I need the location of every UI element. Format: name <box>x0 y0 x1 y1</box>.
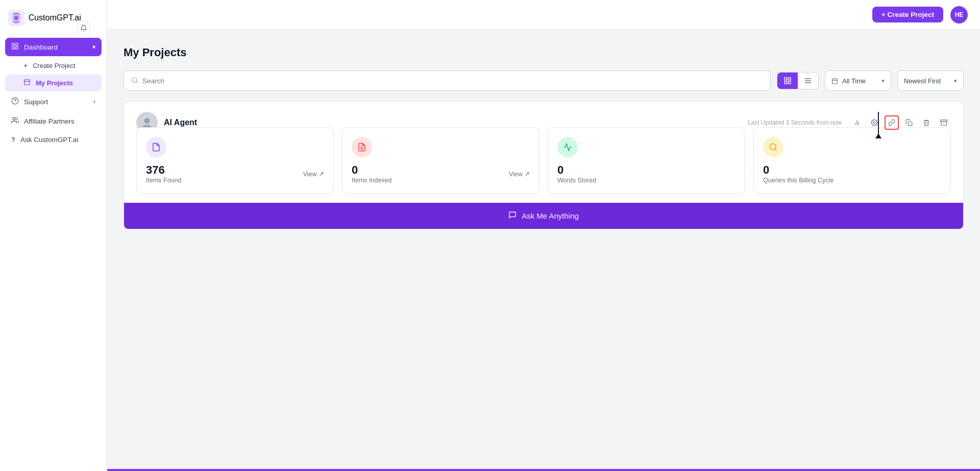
sidebar-item-dashboard[interactable]: Dashboard ▾ <box>5 38 102 56</box>
items-indexed-number-label: 0 Items Indexed <box>352 163 392 184</box>
stats-row: 376 Items Found View ↗ <box>136 127 951 194</box>
sidebar-item-ask-customgpt[interactable]: ? Ask CustomGPT.ai <box>5 131 102 148</box>
svg-rect-20 <box>832 79 838 84</box>
search-input[interactable] <box>142 77 763 85</box>
support-label: Support <box>24 98 48 106</box>
create-project-label: Create Project <box>33 62 75 69</box>
my-projects-icon <box>23 79 31 87</box>
items-found-number: 376 <box>146 163 181 177</box>
bottom-accent-bar <box>107 469 980 471</box>
support-icon <box>11 97 19 106</box>
svg-rect-3 <box>12 43 14 45</box>
items-found-icon-wrap <box>146 137 166 157</box>
sort-filter-label: Newest First <box>904 77 941 85</box>
items-indexed-number: 0 <box>352 163 392 177</box>
svg-rect-13 <box>785 78 787 80</box>
sort-filter[interactable]: Newest First ▾ <box>897 70 964 91</box>
svg-point-11 <box>132 77 137 82</box>
search-bar <box>124 70 771 91</box>
link-button[interactable] <box>885 115 899 130</box>
stat-words-stored: 0 Words Stored <box>548 127 745 194</box>
list-view-button[interactable] <box>777 73 798 89</box>
svg-point-35 <box>770 144 776 150</box>
view-toggle <box>777 72 819 89</box>
ask-customgpt-label: Ask CustomGPT.ai <box>20 136 78 144</box>
user-avatar[interactable]: HE <box>950 6 968 23</box>
stat-queries-billing: 0 Queries this Billing Cycle <box>753 127 951 194</box>
words-stored-number-label: 0 Words Stored <box>557 163 736 184</box>
queries-billing-number-label: 0 Queries this Billing Cycle <box>763 163 941 184</box>
svg-point-10 <box>13 117 15 120</box>
sidebar-item-affiliate-partners[interactable]: Affiliate Partners <box>5 112 102 130</box>
svg-rect-16 <box>788 81 791 84</box>
items-found-label: Items Found <box>146 177 181 184</box>
logo: CustomGPT.ai <box>0 0 107 36</box>
my-projects-label: My Projects <box>36 79 73 87</box>
dashboard-chevron: ▾ <box>92 43 95 51</box>
sort-filter-chevron: ▾ <box>954 78 957 84</box>
items-indexed-icon-wrap <box>352 137 372 157</box>
svg-point-2 <box>14 15 18 20</box>
svg-line-36 <box>775 149 776 150</box>
sidebar-item-create-project[interactable]: + Create Project <box>5 57 102 74</box>
ask-icon <box>508 211 517 221</box>
queries-billing-icon-wrap <box>763 137 783 157</box>
words-stored-number: 0 <box>557 163 736 177</box>
stat-footer-items-found: 376 Items Found View ↗ <box>146 163 324 184</box>
items-found-view-link[interactable]: View ↗ <box>303 170 324 178</box>
svg-rect-5 <box>12 47 14 49</box>
topbar: + Create Project HE <box>107 0 980 30</box>
time-filter-label: All Time <box>842 77 866 85</box>
items-indexed-view-link[interactable]: View ↗ <box>509 170 530 178</box>
svg-line-12 <box>136 81 138 83</box>
items-indexed-label: Items Indexed <box>352 177 392 184</box>
time-filter[interactable]: All Time ▾ <box>825 70 891 91</box>
create-project-btn-label: + Create Project <box>881 11 934 18</box>
time-filter-chevron: ▾ <box>881 78 885 84</box>
page-title: My Projects <box>124 46 964 59</box>
ask-me-anything-label: Ask Me Anything <box>522 211 579 220</box>
svg-rect-15 <box>785 81 787 84</box>
svg-rect-7 <box>24 80 30 85</box>
words-stored-icon-wrap <box>557 137 578 157</box>
affiliate-icon <box>11 116 19 126</box>
project-card: AI Agent Last Updated 3 Seconds from now <box>124 101 964 229</box>
create-project-button[interactable]: + Create Project <box>872 7 943 22</box>
sidebar-item-support[interactable]: Support › <box>5 92 102 111</box>
sidebar-item-my-projects[interactable]: My Projects <box>5 75 102 91</box>
avatar-initials: HE <box>955 11 964 18</box>
ask-me-anything-bar[interactable]: Ask Me Anything <box>124 203 963 229</box>
svg-rect-14 <box>788 78 791 80</box>
svg-rect-4 <box>16 43 18 45</box>
sidebar-nav: Dashboard ▾ + Create Project My Projects… <box>0 36 107 471</box>
project-meta: Last Updated 3 Seconds from now <box>748 119 842 126</box>
support-chevron: › <box>93 98 95 105</box>
logo-icon <box>8 9 24 27</box>
svg-rect-31 <box>941 120 947 122</box>
last-updated-text: Last Updated 3 Seconds from now <box>748 119 842 126</box>
stat-items-indexed: 0 Items Indexed View ↗ <box>342 127 540 194</box>
page-content: My Projects All Time ▾ <box>107 30 980 471</box>
dashboard-label: Dashboard <box>24 43 58 51</box>
sidebar: CustomGPT.ai Dashboard ▾ + Create Projec… <box>0 0 107 471</box>
search-icon <box>131 77 138 85</box>
svg-point-24 <box>144 118 150 124</box>
svg-rect-30 <box>908 122 912 126</box>
items-found-number-label: 376 Items Found <box>146 163 181 184</box>
logo-text: CustomGPT.ai <box>29 13 81 22</box>
affiliate-label: Affiliate Partners <box>24 117 75 125</box>
svg-point-29 <box>873 122 875 124</box>
create-project-plus: + <box>23 61 28 69</box>
dashboard-icon <box>11 42 19 52</box>
words-stored-label: Words Stored <box>557 177 736 184</box>
project-name: AI Agent <box>164 118 197 127</box>
notification-bell[interactable] <box>77 21 90 35</box>
svg-rect-6 <box>16 47 18 49</box>
queries-billing-label: Queries this Billing Cycle <box>763 177 941 184</box>
grid-view-button[interactable] <box>798 73 818 89</box>
queries-billing-number: 0 <box>763 163 941 177</box>
stat-items-found: 376 Items Found View ↗ <box>136 127 334 194</box>
projects-toolbar: All Time ▾ Newest First ▾ <box>124 70 964 91</box>
stat-footer-items-indexed: 0 Items Indexed View ↗ <box>352 163 530 184</box>
ask-icon: ? <box>11 136 15 144</box>
